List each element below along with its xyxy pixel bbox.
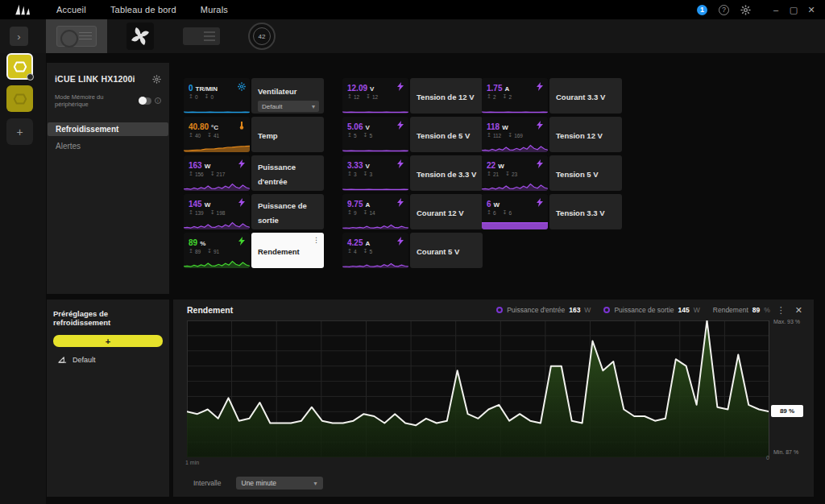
sensor-value-tile[interactable]: 0TR/MIN↥0↧0 bbox=[184, 78, 250, 114]
sensor-label-tile[interactable]: Temp bbox=[251, 117, 324, 152]
sensor-label: Tension 12 V bbox=[556, 131, 603, 140]
sensor-label-tile[interactable]: Tension de 12 V bbox=[410, 78, 483, 114]
preset-item-default[interactable]: Default bbox=[47, 347, 169, 364]
sensor-min: 21 bbox=[493, 171, 499, 177]
bolt-icon bbox=[238, 198, 246, 207]
min-icon: ↥ bbox=[487, 171, 491, 177]
window-minimize-button[interactable]: – bbox=[770, 5, 781, 15]
min-icon: ↥ bbox=[189, 209, 193, 216]
preset-label: Default bbox=[73, 356, 96, 364]
sensor-tile: 6W↥6↧6Tension 3.3 V bbox=[482, 194, 622, 229]
legend-item[interactable]: Rendement89% bbox=[713, 306, 770, 314]
sensor-minmax: ↥4↧5 bbox=[342, 248, 408, 254]
window-maximize-button[interactable]: ▢ bbox=[788, 5, 799, 15]
sensor-label-tile[interactable]: Tension 12 V bbox=[549, 117, 622, 152]
notification-badge[interactable]: 1 bbox=[697, 5, 707, 15]
sensor-unit: W bbox=[205, 201, 238, 209]
chart-title: Rendement bbox=[187, 305, 233, 315]
sensor-label-tile[interactable]: Tension 3.3 V bbox=[549, 194, 622, 229]
sensor-value-tile[interactable]: 1.75A↥2↧2 bbox=[482, 78, 548, 114]
device-tab-cooler[interactable]: 42 bbox=[242, 19, 282, 53]
sensor-value-tile[interactable]: 89%↥89↧91 bbox=[184, 233, 250, 268]
menu-tableau-de-bord[interactable]: Tableau de bord bbox=[110, 5, 176, 14]
rail-device-secondary[interactable] bbox=[6, 85, 33, 112]
sensor-minmax: ↥89↧91 bbox=[184, 248, 250, 254]
menu-murals[interactable]: Murals bbox=[201, 5, 228, 14]
device-tab-psu[interactable] bbox=[46, 19, 107, 53]
legend-value: 145 bbox=[678, 306, 690, 314]
window-close-button[interactable]: ✕ bbox=[806, 5, 817, 15]
fan-mode-select[interactable]: Default▾ bbox=[258, 101, 319, 112]
sensor-label-tile[interactable]: Tension de 5 V bbox=[410, 117, 483, 152]
legend-item[interactable]: Puissance d'entrée163W bbox=[496, 306, 591, 314]
interval-select[interactable]: Une minute ▾ bbox=[236, 477, 323, 490]
chart-menu-kebab-icon[interactable]: ⋮ bbox=[777, 305, 786, 316]
menu-accueil[interactable]: Accueil bbox=[56, 5, 86, 14]
sensor-min: 9 bbox=[354, 210, 357, 216]
legend-ring-icon bbox=[496, 307, 503, 313]
memory-mode-toggle[interactable] bbox=[139, 97, 151, 105]
efficiency-chart-panel: Rendement Puissance d'entrée163WPuissanc… bbox=[173, 300, 814, 497]
settings-gear-icon[interactable] bbox=[740, 5, 751, 15]
min-icon: ↥ bbox=[347, 132, 352, 138]
sensor-label-tile[interactable]: VentilateurDefault▾ bbox=[251, 78, 324, 114]
sensor-label-tile[interactable]: Courant 12 V bbox=[410, 194, 483, 229]
memory-device-icon bbox=[183, 27, 220, 45]
sensor-value-tile[interactable]: 3.33V↥3↧3 bbox=[342, 155, 408, 191]
sensor-unit: A bbox=[504, 85, 536, 93]
max-icon: ↧ bbox=[210, 209, 215, 216]
preset-curve-icon bbox=[58, 355, 67, 364]
sensor-tile: 4.25A↥4↧5Courant 5 V bbox=[342, 233, 483, 268]
legend-item[interactable]: Puissance de sortie145W bbox=[603, 306, 699, 314]
sensor-value-tile[interactable]: 40.80°C↥40↧41 bbox=[184, 117, 250, 152]
sensor-value-tile[interactable]: 118W↥112↧169 bbox=[482, 117, 548, 152]
sensor-label-tile[interactable]: Rendement⋮ bbox=[251, 233, 324, 268]
sensor-label-tile[interactable]: Puissance d'entrée bbox=[251, 155, 324, 191]
chart-close-icon[interactable]: ✕ bbox=[795, 305, 802, 316]
sensor-sparkline bbox=[482, 219, 548, 229]
max-icon: ↧ bbox=[363, 209, 368, 216]
legend-label: Puissance d'entrée bbox=[507, 306, 565, 314]
sensor-value-tile[interactable]: 5.06V↥5↧5 bbox=[342, 117, 408, 152]
legend-ring-icon bbox=[603, 307, 610, 313]
sensor-label: Tension de 3.3 V bbox=[417, 170, 476, 179]
nav-refroidissement[interactable]: Refroidissement bbox=[48, 122, 168, 136]
device-tab-memory[interactable] bbox=[179, 19, 224, 53]
device-settings-gear-icon[interactable] bbox=[152, 75, 161, 84]
sensor-label-tile[interactable]: Courant 3.3 V bbox=[549, 78, 622, 114]
sensor-value-tile[interactable]: 9.75A↥9↧14 bbox=[342, 194, 408, 229]
sensor-sparkline bbox=[342, 180, 408, 191]
device-tab-fan[interactable] bbox=[119, 19, 161, 53]
sensor-value-tile[interactable]: 12.09V↥12↧12 bbox=[342, 78, 408, 114]
sensor-value-tile[interactable]: 163W↥156↧217 bbox=[184, 155, 250, 191]
nav-alertes[interactable]: Alertes bbox=[48, 139, 168, 153]
sensor-value-tile[interactable]: 22W↥21↧23 bbox=[482, 155, 548, 191]
add-preset-button[interactable]: + bbox=[53, 335, 163, 347]
sensor-value-tile[interactable]: 6W↥6↧6 bbox=[482, 194, 548, 229]
bolt-icon bbox=[536, 159, 544, 168]
sensor-tile: 5.06V↥5↧5Tension de 5 V bbox=[342, 117, 483, 152]
sensor-min: 2 bbox=[493, 94, 496, 100]
sensor-value-tile[interactable]: 145W↥139↧198 bbox=[184, 194, 250, 229]
sensor-label-tile[interactable]: Tension de 3.3 V bbox=[410, 155, 483, 191]
sensor-sparkline bbox=[482, 142, 548, 152]
sensor-label-tile[interactable]: Courant 5 V bbox=[410, 233, 483, 268]
bolt-icon bbox=[396, 198, 404, 207]
sensor-max: 169 bbox=[514, 133, 523, 138]
sensor-unit: °C bbox=[211, 124, 238, 131]
sensor-value: 118 bbox=[487, 122, 500, 131]
tile-kebab-icon[interactable]: ⋮ bbox=[313, 236, 320, 244]
rail-device-hx1200i-selected[interactable] bbox=[6, 53, 33, 80]
legend-unit: % bbox=[764, 306, 770, 314]
collapse-chevron-button[interactable]: › bbox=[10, 27, 28, 46]
sensor-sparkline bbox=[184, 219, 250, 229]
max-icon: ↧ bbox=[505, 171, 510, 177]
sensor-value: 6 bbox=[487, 200, 491, 209]
sensor-label-tile[interactable]: Tension 5 V bbox=[549, 155, 622, 191]
help-icon[interactable]: ? bbox=[719, 5, 729, 15]
add-device-button[interactable]: + bbox=[6, 118, 33, 145]
sensor-value: 1.75 bbox=[487, 84, 502, 93]
sensor-value-tile[interactable]: 4.25A↥4↧5 bbox=[342, 233, 408, 268]
interval-label: Intervalle bbox=[193, 479, 222, 487]
sensor-label-tile[interactable]: Puissance de sortie bbox=[251, 194, 324, 229]
